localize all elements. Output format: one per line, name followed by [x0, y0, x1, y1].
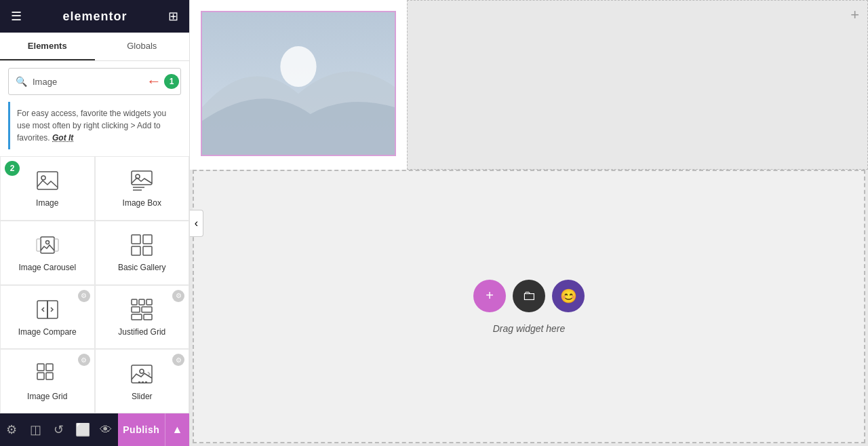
svg-rect-0 [37, 172, 58, 189]
widget-slider[interactable]: Slider [95, 349, 190, 413]
folder-circle[interactable]: 🗀 [513, 280, 545, 312]
canvas-drag-area[interactable]: + 🗀 😊 Drag widget here [193, 170, 865, 443]
svg-rect-13 [143, 246, 152, 255]
widget-image-grid-label: Image Grid [27, 392, 67, 401]
settings-tool[interactable]: ⚙ [0, 413, 24, 446]
canvas-empty-right: + [407, 0, 868, 170]
image-placeholder [202, 12, 395, 155]
svg-rect-12 [132, 246, 140, 255]
drag-widget-text: Drag widget here [493, 323, 566, 334]
search-icon: 🔍 [16, 76, 27, 87]
annotation-badge-2: 2 [5, 161, 20, 176]
annotation-1-group: ← 1 [146, 73, 179, 90]
svg-rect-27 [132, 365, 152, 383]
red-arrow-icon: ← [146, 73, 161, 90]
right-panel: + + 🗀 😊 Drag widget here [190, 0, 868, 446]
svg-rect-17 [139, 299, 144, 305]
svg-rect-19 [132, 307, 140, 312]
svg-point-28 [140, 369, 144, 373]
info-text: For easy access, favorite the widgets yo… [17, 109, 166, 143]
got-it-link[interactable]: Got It [52, 133, 73, 143]
svg-rect-16 [132, 299, 137, 305]
svg-rect-22 [144, 314, 152, 320]
svg-rect-24 [46, 364, 53, 371]
widget-image-compare[interactable]: Image Compare [0, 285, 95, 350]
pro-badge-slider [172, 354, 184, 366]
svg-point-9 [45, 241, 49, 244]
image-grid-widget-icon [35, 362, 60, 386]
tab-bar: Elements Globals [0, 33, 189, 61]
drag-circles-group: + 🗀 😊 [473, 280, 585, 312]
left-panel: ☰ elementor ⊞ Elements Globals 🔍 ← 1 For… [0, 0, 190, 446]
widget-justified-grid[interactable]: Justified Grid [95, 285, 190, 350]
image-compare-widget-icon [35, 297, 60, 322]
layers-tool[interactable]: ◫ [24, 413, 47, 446]
app-logo: elementor [62, 10, 127, 24]
widget-image-grid[interactable]: Image Grid [0, 349, 95, 413]
svg-point-1 [41, 176, 45, 180]
canvas-image-widget[interactable] [190, 0, 407, 170]
widget-slider-label: Slider [132, 392, 153, 401]
drag-widget-area: + 🗀 😊 Drag widget here [473, 280, 585, 334]
widget-image-carousel-label: Image Carousel [18, 263, 76, 272]
plus-button[interactable]: + [850, 6, 859, 24]
image-widget-icon [35, 168, 60, 193]
emoji-circle[interactable]: 😊 [552, 280, 585, 312]
pro-badge-grid [78, 354, 90, 366]
tab-globals[interactable]: Globals [95, 33, 190, 60]
canvas-image-border [201, 11, 396, 156]
widget-image-box-label: Image Box [123, 198, 161, 208]
widget-image-box[interactable]: Image Box [95, 156, 190, 221]
widget-image[interactable]: 2 Image [0, 156, 95, 221]
widget-basic-gallery[interactable]: Basic Gallery [95, 221, 190, 285]
publish-button[interactable]: Publish [118, 413, 165, 446]
annotation-badge-1: 1 [164, 74, 179, 89]
svg-rect-11 [143, 235, 152, 244]
image-box-widget-icon [130, 168, 154, 193]
info-box: For easy access, favorite the widgets yo… [8, 102, 181, 149]
justified-grid-widget-icon [130, 297, 154, 322]
panel-collapse-handle[interactable]: ‹ [190, 210, 203, 237]
widget-image-carousel[interactable]: Image Carousel [0, 221, 95, 285]
svg-rect-10 [132, 235, 140, 244]
publish-chevron[interactable]: ▲ [165, 413, 189, 446]
templates-tool[interactable]: ⬜ [71, 413, 94, 446]
pro-badge-compare [78, 290, 90, 302]
hamburger-icon[interactable]: ☰ [11, 9, 22, 24]
svg-rect-2 [132, 171, 152, 185]
widget-grid: 2 Image Image Box [0, 156, 189, 413]
svg-rect-23 [37, 364, 44, 371]
search-bar: 🔍 ← 1 [8, 68, 181, 95]
widget-image-compare-label: Image Compare [18, 327, 77, 337]
bottom-toolbar: ⚙ ◫ ↺ ⬜ 👁 Publish ▲ [0, 413, 189, 446]
tab-elements[interactable]: Elements [0, 33, 95, 60]
svg-rect-25 [37, 373, 44, 379]
add-widget-circle[interactable]: + [473, 280, 506, 312]
canvas-top-row: + [190, 0, 868, 170]
widget-basic-gallery-label: Basic Gallery [118, 263, 166, 272]
basic-gallery-widget-icon [130, 233, 154, 257]
svg-rect-18 [146, 299, 152, 305]
svg-rect-20 [142, 307, 152, 312]
widget-image-label: Image [36, 198, 58, 208]
history-tool[interactable]: ↺ [47, 413, 71, 446]
top-bar: ☰ elementor ⊞ [0, 0, 189, 33]
preview-tool[interactable]: 👁 [94, 413, 118, 446]
grid-icon[interactable]: ⊞ [168, 9, 178, 24]
svg-rect-6 [41, 237, 54, 253]
svg-point-33 [280, 46, 316, 87]
search-input[interactable] [33, 77, 146, 87]
image-carousel-widget-icon [35, 233, 60, 257]
svg-rect-21 [132, 314, 142, 320]
pro-badge-justified [172, 290, 184, 302]
widget-justified-grid-label: Justified Grid [118, 327, 165, 337]
slider-widget-icon [130, 362, 154, 386]
svg-rect-26 [46, 373, 53, 379]
